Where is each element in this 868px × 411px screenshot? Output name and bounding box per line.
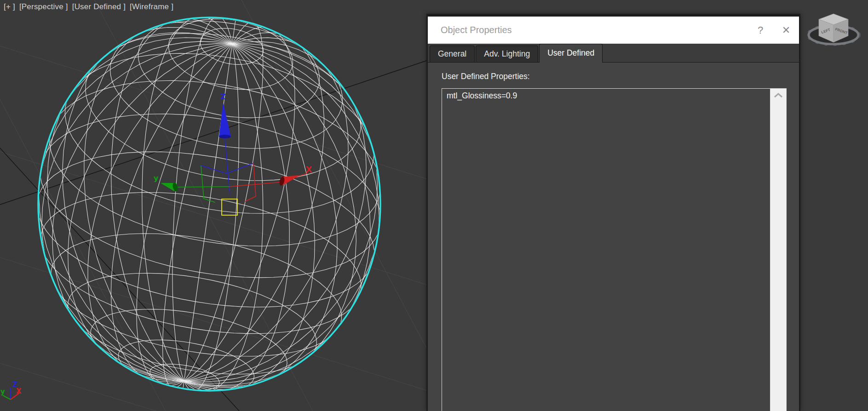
svg-text:X: X [306, 165, 312, 174]
move-gizmo[interactable]: ZyX [154, 92, 312, 215]
textarea-scrollbar[interactable] [770, 89, 786, 411]
user-defined-properties-label: User Defined Properties: [442, 72, 530, 81]
user-defined-properties-text: mtl_Glossiness=0.9 [447, 91, 766, 101]
viewport-menu-shading[interactable]: [Wireframe ] [130, 2, 173, 11]
tab-user-defined[interactable]: User Defined [539, 44, 603, 63]
viewcube[interactable]: LEFTFRONT [805, 6, 864, 56]
svg-text:X: X [16, 387, 22, 395]
dialog-tabstrip: GeneralAdv. LightingUser Defined [428, 44, 799, 63]
dialog-titlebar[interactable]: Object Properties ? ✕ [428, 17, 799, 44]
close-button[interactable]: ✕ [773, 17, 799, 44]
viewport-menu-lighting[interactable]: [User Defined ] [72, 2, 126, 11]
viewport-menu-general[interactable]: [+ ] [4, 2, 15, 11]
object-properties-dialog: Object Properties ? ✕ GeneralAdv. Lighti… [426, 14, 800, 411]
3dsmax-viewport-screen: { "viewport": { "label_segments": ["[+ ]… [0, 0, 868, 411]
scroll-up-arrow-icon[interactable] [770, 89, 786, 103]
svg-text:Z: Z [220, 92, 226, 101]
user-defined-tab-panel: User Defined Properties: mtl_Glossiness=… [428, 63, 799, 411]
tab-adv-lighting[interactable]: Adv. Lighting [476, 46, 538, 62]
svg-text:y: y [154, 174, 159, 183]
viewport-menu-pov[interactable]: [Perspective ] [19, 2, 68, 11]
help-button[interactable]: ? [747, 17, 773, 44]
world-axis-tripod: ZyX [0, 381, 22, 400]
tab-general[interactable]: General [430, 46, 475, 62]
svg-text:y: y [0, 388, 5, 396]
user-defined-properties-textarea[interactable]: mtl_Glossiness=0.9 [442, 88, 787, 411]
gizmo-z-arrow[interactable] [219, 103, 231, 137]
dialog-title: Object Properties [428, 25, 747, 35]
home-grid [0, 0, 460, 411]
viewport-label: [+ ][Perspective ][User Defined ][Wirefr… [4, 2, 178, 11]
